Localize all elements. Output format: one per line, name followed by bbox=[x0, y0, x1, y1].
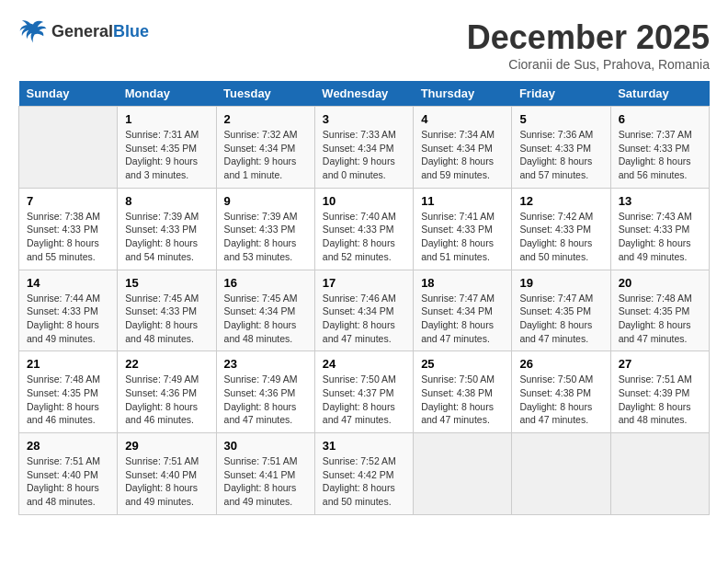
calendar-cell: 19Sunrise: 7:47 AM Sunset: 4:35 PM Dayli… bbox=[512, 270, 610, 351]
day-info: Sunrise: 7:40 AM Sunset: 4:33 PM Dayligh… bbox=[323, 210, 405, 264]
calendar-cell: 14Sunrise: 7:44 AM Sunset: 4:33 PM Dayli… bbox=[19, 270, 118, 351]
day-number: 8 bbox=[125, 194, 208, 208]
logo: GeneralBlue bbox=[18, 18, 149, 44]
logo-bird-icon bbox=[18, 18, 48, 44]
page-header: GeneralBlue December 2025 Cioranii de Su… bbox=[18, 18, 710, 72]
calendar-cell: 31Sunrise: 7:52 AM Sunset: 4:42 PM Dayli… bbox=[314, 433, 413, 515]
day-info: Sunrise: 7:44 AM Sunset: 4:33 PM Dayligh… bbox=[27, 292, 109, 346]
day-info: Sunrise: 7:49 AM Sunset: 4:36 PM Dayligh… bbox=[224, 373, 307, 427]
day-number: 25 bbox=[421, 357, 504, 371]
calendar-cell: 8Sunrise: 7:39 AM Sunset: 4:33 PM Daylig… bbox=[118, 188, 216, 270]
calendar-cell: 10Sunrise: 7:40 AM Sunset: 4:33 PM Dayli… bbox=[314, 188, 413, 270]
calendar-cell: 18Sunrise: 7:47 AM Sunset: 4:34 PM Dayli… bbox=[414, 270, 512, 351]
day-number: 5 bbox=[519, 112, 602, 126]
day-number: 23 bbox=[224, 357, 307, 371]
day-info: Sunrise: 7:39 AM Sunset: 4:33 PM Dayligh… bbox=[224, 210, 307, 264]
calendar-week-row: 7Sunrise: 7:38 AM Sunset: 4:33 PM Daylig… bbox=[19, 188, 710, 270]
day-info: Sunrise: 7:41 AM Sunset: 4:33 PM Dayligh… bbox=[421, 210, 504, 264]
calendar-cell: 15Sunrise: 7:45 AM Sunset: 4:33 PM Dayli… bbox=[118, 270, 216, 351]
day-number: 17 bbox=[323, 276, 405, 290]
day-number: 11 bbox=[421, 194, 504, 208]
day-info: Sunrise: 7:51 AM Sunset: 4:40 PM Dayligh… bbox=[125, 454, 208, 509]
day-info: Sunrise: 7:51 AM Sunset: 4:40 PM Dayligh… bbox=[27, 454, 109, 509]
calendar-cell: 4Sunrise: 7:34 AM Sunset: 4:34 PM Daylig… bbox=[414, 107, 512, 189]
day-number: 24 bbox=[323, 357, 405, 371]
day-number: 6 bbox=[619, 112, 701, 126]
day-number: 16 bbox=[224, 276, 307, 290]
calendar-cell: 12Sunrise: 7:42 AM Sunset: 4:33 PM Dayli… bbox=[512, 188, 610, 270]
calendar-cell: 28Sunrise: 7:51 AM Sunset: 4:40 PM Dayli… bbox=[19, 433, 118, 515]
day-info: Sunrise: 7:42 AM Sunset: 4:33 PM Dayligh… bbox=[519, 210, 602, 264]
day-info: Sunrise: 7:39 AM Sunset: 4:33 PM Dayligh… bbox=[125, 210, 208, 264]
calendar-week-row: 21Sunrise: 7:48 AM Sunset: 4:35 PM Dayli… bbox=[19, 351, 710, 433]
day-number: 3 bbox=[323, 112, 405, 126]
calendar-cell bbox=[19, 107, 118, 189]
calendar-week-row: 28Sunrise: 7:51 AM Sunset: 4:40 PM Dayli… bbox=[19, 433, 710, 515]
calendar-cell: 16Sunrise: 7:45 AM Sunset: 4:34 PM Dayli… bbox=[216, 270, 314, 351]
day-info: Sunrise: 7:49 AM Sunset: 4:36 PM Dayligh… bbox=[125, 373, 208, 427]
calendar-cell: 21Sunrise: 7:48 AM Sunset: 4:35 PM Dayli… bbox=[19, 351, 118, 433]
calendar-cell: 13Sunrise: 7:43 AM Sunset: 4:33 PM Dayli… bbox=[610, 188, 709, 270]
day-info: Sunrise: 7:36 AM Sunset: 4:33 PM Dayligh… bbox=[519, 128, 602, 182]
calendar-cell: 5Sunrise: 7:36 AM Sunset: 4:33 PM Daylig… bbox=[512, 107, 610, 189]
day-info: Sunrise: 7:50 AM Sunset: 4:37 PM Dayligh… bbox=[323, 373, 405, 427]
calendar-cell: 2Sunrise: 7:32 AM Sunset: 4:34 PM Daylig… bbox=[216, 107, 314, 189]
day-number: 2 bbox=[224, 112, 307, 126]
title-block: December 2025 Cioranii de Sus, Prahova, … bbox=[467, 18, 710, 72]
calendar-cell: 24Sunrise: 7:50 AM Sunset: 4:37 PM Dayli… bbox=[314, 351, 413, 433]
day-info: Sunrise: 7:32 AM Sunset: 4:34 PM Dayligh… bbox=[224, 128, 307, 182]
day-number: 28 bbox=[27, 439, 109, 453]
day-number: 14 bbox=[27, 276, 109, 290]
header-tuesday: Tuesday bbox=[216, 81, 314, 107]
calendar-cell: 1Sunrise: 7:31 AM Sunset: 4:35 PM Daylig… bbox=[118, 107, 216, 189]
day-info: Sunrise: 7:48 AM Sunset: 4:35 PM Dayligh… bbox=[27, 373, 109, 427]
day-info: Sunrise: 7:45 AM Sunset: 4:34 PM Dayligh… bbox=[224, 292, 307, 346]
day-info: Sunrise: 7:43 AM Sunset: 4:33 PM Dayligh… bbox=[619, 210, 701, 264]
day-number: 30 bbox=[224, 439, 307, 453]
calendar-cell: 17Sunrise: 7:46 AM Sunset: 4:34 PM Dayli… bbox=[314, 270, 413, 351]
day-info: Sunrise: 7:50 AM Sunset: 4:38 PM Dayligh… bbox=[519, 373, 602, 427]
day-info: Sunrise: 7:45 AM Sunset: 4:33 PM Dayligh… bbox=[125, 292, 208, 346]
calendar-cell: 7Sunrise: 7:38 AM Sunset: 4:33 PM Daylig… bbox=[19, 188, 118, 270]
calendar-cell: 11Sunrise: 7:41 AM Sunset: 4:33 PM Dayli… bbox=[414, 188, 512, 270]
calendar-table: SundayMondayTuesdayWednesdayThursdayFrid… bbox=[18, 81, 710, 515]
calendar-cell bbox=[512, 433, 610, 515]
day-info: Sunrise: 7:38 AM Sunset: 4:33 PM Dayligh… bbox=[27, 210, 109, 264]
day-number: 13 bbox=[619, 194, 701, 208]
day-info: Sunrise: 7:33 AM Sunset: 4:34 PM Dayligh… bbox=[323, 128, 405, 182]
day-number: 27 bbox=[619, 357, 701, 371]
day-number: 18 bbox=[421, 276, 504, 290]
header-wednesday: Wednesday bbox=[314, 81, 413, 107]
day-number: 29 bbox=[125, 439, 208, 453]
calendar-header-row: SundayMondayTuesdayWednesdayThursdayFrid… bbox=[19, 81, 710, 107]
day-number: 7 bbox=[27, 194, 109, 208]
calendar-cell: 29Sunrise: 7:51 AM Sunset: 4:40 PM Dayli… bbox=[118, 433, 216, 515]
day-number: 9 bbox=[224, 194, 307, 208]
calendar-week-row: 14Sunrise: 7:44 AM Sunset: 4:33 PM Dayli… bbox=[19, 270, 710, 351]
calendar-cell: 3Sunrise: 7:33 AM Sunset: 4:34 PM Daylig… bbox=[314, 107, 413, 189]
header-sunday: Sunday bbox=[19, 81, 118, 107]
day-number: 31 bbox=[323, 439, 405, 453]
day-number: 1 bbox=[125, 112, 208, 126]
calendar-cell: 27Sunrise: 7:51 AM Sunset: 4:39 PM Dayli… bbox=[610, 351, 709, 433]
day-info: Sunrise: 7:50 AM Sunset: 4:38 PM Dayligh… bbox=[421, 373, 504, 427]
day-number: 12 bbox=[519, 194, 602, 208]
day-number: 10 bbox=[323, 194, 405, 208]
header-monday: Monday bbox=[118, 81, 216, 107]
calendar-cell: 25Sunrise: 7:50 AM Sunset: 4:38 PM Dayli… bbox=[414, 351, 512, 433]
location: Cioranii de Sus, Prahova, Romania bbox=[467, 57, 710, 72]
day-number: 15 bbox=[125, 276, 208, 290]
day-info: Sunrise: 7:46 AM Sunset: 4:34 PM Dayligh… bbox=[323, 292, 405, 346]
day-number: 26 bbox=[519, 357, 602, 371]
calendar-cell: 20Sunrise: 7:48 AM Sunset: 4:35 PM Dayli… bbox=[610, 270, 709, 351]
calendar-cell: 9Sunrise: 7:39 AM Sunset: 4:33 PM Daylig… bbox=[216, 188, 314, 270]
calendar-cell bbox=[610, 433, 709, 515]
calendar-cell: 6Sunrise: 7:37 AM Sunset: 4:33 PM Daylig… bbox=[610, 107, 709, 189]
day-info: Sunrise: 7:51 AM Sunset: 4:39 PM Dayligh… bbox=[619, 373, 701, 427]
header-friday: Friday bbox=[512, 81, 610, 107]
day-number: 19 bbox=[519, 276, 602, 290]
month-title: December 2025 bbox=[467, 18, 710, 57]
calendar-cell bbox=[414, 433, 512, 515]
day-number: 22 bbox=[125, 357, 208, 371]
day-info: Sunrise: 7:34 AM Sunset: 4:34 PM Dayligh… bbox=[421, 128, 504, 182]
